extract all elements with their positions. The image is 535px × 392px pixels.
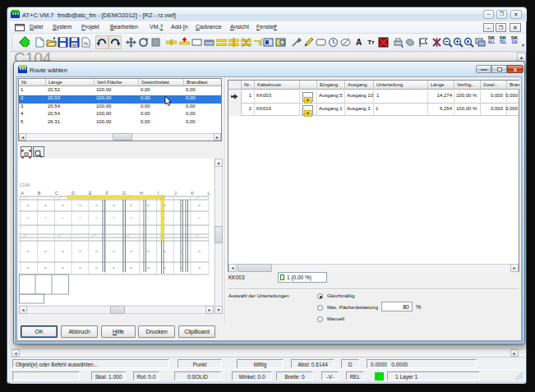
svg-text:A: A: [21, 191, 24, 196]
svg-text:%: %: [84, 41, 89, 46]
svg-text:B: B: [38, 191, 41, 196]
svg-text:K: K: [191, 191, 194, 196]
svg-text:C104: C104: [20, 182, 30, 187]
svg-text:J: J: [174, 191, 177, 196]
svg-text:H: H: [140, 191, 143, 196]
svg-text:E: E: [89, 191, 92, 196]
svg-text:L: L: [207, 191, 210, 196]
svg-text:I: I: [158, 191, 159, 196]
svg-text:C: C: [54, 191, 58, 196]
svg-text:F: F: [106, 191, 109, 196]
svg-text:D: D: [71, 191, 75, 196]
svg-text:G: G: [122, 191, 126, 196]
svg-text:M: M: [72, 43, 76, 48]
